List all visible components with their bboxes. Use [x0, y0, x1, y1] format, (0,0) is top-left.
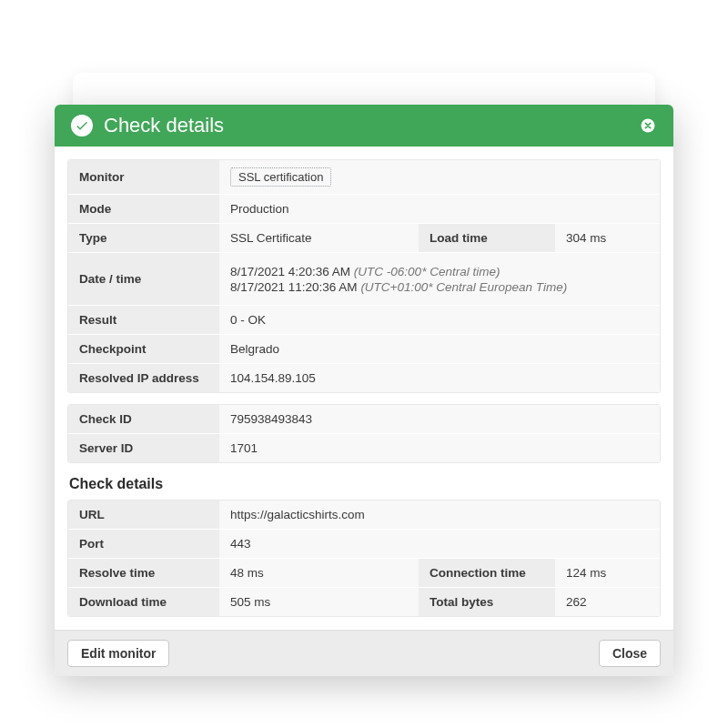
- label-download-time: Download time: [68, 588, 219, 616]
- section-title: Check details: [69, 476, 661, 492]
- close-icon[interactable]: [639, 116, 657, 135]
- summary-block: Monitor SSL certification Mode Productio…: [67, 159, 661, 393]
- label-port: Port: [68, 530, 219, 558]
- value-resolve-time: 48 ms: [219, 559, 419, 587]
- value-url: https://galacticshirts.com: [219, 500, 660, 529]
- monitor-link[interactable]: SSL certification: [230, 167, 331, 187]
- check-details-modal: Check details Monitor SSL certification …: [55, 105, 673, 676]
- label-check-id: Check ID: [68, 405, 219, 433]
- datetime-2: 8/17/2021 11:20:36 AM: [230, 280, 360, 294]
- close-button[interactable]: Close: [599, 640, 661, 667]
- label-resolve-time: Resolve time: [68, 559, 219, 587]
- edit-monitor-button[interactable]: Edit monitor: [67, 640, 169, 667]
- datetime-2-tz: (UTC+01:00* Central European Time): [360, 280, 567, 294]
- value-type: SSL Certificate: [219, 224, 419, 252]
- value-server-id: 1701: [219, 434, 660, 462]
- label-checkpoint: Checkpoint: [68, 335, 219, 363]
- value-connection-time: 124 ms: [555, 559, 660, 587]
- value-resolved-ip: 104.154.89.105: [219, 364, 660, 392]
- modal-header: Check details: [55, 105, 673, 147]
- value-result: 0 - OK: [219, 306, 660, 334]
- value-check-id: 795938493843: [219, 405, 660, 433]
- value-mode: Production: [219, 195, 660, 223]
- label-total-bytes: Total bytes: [419, 588, 555, 616]
- ids-block: Check ID 795938493843 Server ID 1701: [67, 404, 661, 463]
- label-resolved-ip: Resolved IP address: [68, 364, 219, 392]
- value-port: 443: [219, 530, 660, 558]
- label-result: Result: [68, 306, 219, 334]
- label-type: Type: [68, 224, 219, 252]
- value-download-time: 505 ms: [219, 588, 419, 616]
- modal-body: Monitor SSL certification Mode Productio…: [55, 147, 673, 630]
- label-server-id: Server ID: [68, 434, 219, 462]
- status-ok-icon: [71, 115, 93, 136]
- label-monitor: Monitor: [68, 160, 219, 194]
- value-datetime: 8/17/2021 4:20:36 AM (UTC -06:00* Centra…: [219, 253, 660, 305]
- datetime-1: 8/17/2021 4:20:36 AM: [230, 265, 354, 278]
- details-block: URL https://galacticshirts.com Port 443 …: [67, 500, 661, 617]
- label-mode: Mode: [68, 195, 219, 223]
- value-total-bytes: 262: [555, 588, 660, 616]
- modal-title: Check details: [104, 114, 628, 137]
- modal-footer: Edit monitor Close: [55, 630, 673, 676]
- datetime-1-tz: (UTC -06:00* Central time): [354, 265, 500, 278]
- label-loadtime: Load time: [419, 224, 555, 252]
- label-url: URL: [68, 500, 219, 529]
- value-loadtime: 304 ms: [555, 224, 660, 252]
- label-connection-time: Connection time: [419, 559, 555, 587]
- value-monitor: SSL certification: [219, 160, 660, 194]
- value-checkpoint: Belgrado: [219, 335, 660, 363]
- label-datetime: Date / time: [68, 253, 219, 305]
